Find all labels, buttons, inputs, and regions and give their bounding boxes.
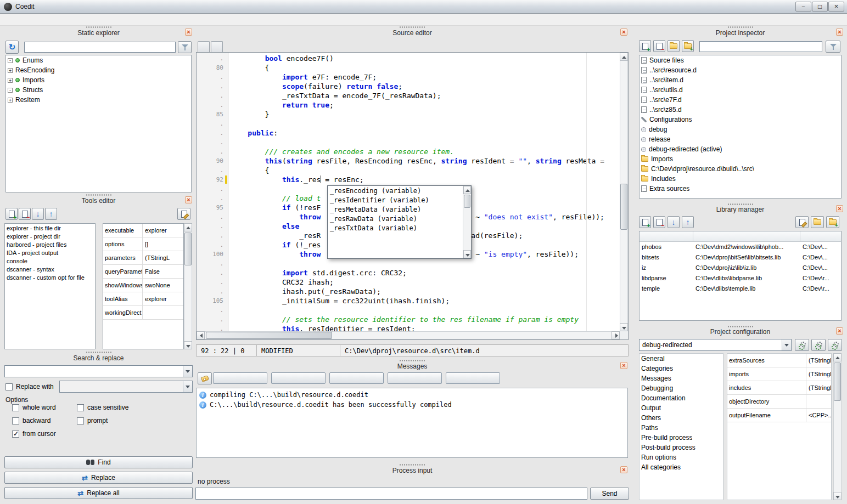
code-line[interactable]: . public: bbox=[197, 128, 620, 138]
scroll-down-arrow[interactable] bbox=[184, 341, 192, 349]
minimize-button[interactable] bbox=[795, 2, 811, 12]
property-value[interactable]: (TStringL bbox=[806, 384, 831, 391]
completion-scrollbar[interactable] bbox=[463, 186, 471, 258]
property-row[interactable]: workingDirect bbox=[103, 306, 183, 320]
tree-item[interactable]: Output bbox=[640, 403, 723, 413]
menu-item[interactable] bbox=[58, 18, 69, 21]
titlebar[interactable]: Coedit bbox=[0, 0, 847, 14]
tree-item[interactable]: Paths bbox=[640, 423, 723, 433]
add-config-button[interactable] bbox=[795, 339, 809, 351]
filter-button[interactable] bbox=[178, 41, 192, 53]
code-line[interactable]: . bbox=[197, 259, 620, 268]
combo-arrow-icon[interactable] bbox=[782, 339, 791, 350]
grid-scrollbar[interactable] bbox=[184, 223, 192, 349]
code-line[interactable]: . import e7F: encode_7F; bbox=[197, 72, 620, 82]
clear-messages-button[interactable] bbox=[198, 372, 212, 384]
checkbox-box[interactable] bbox=[5, 383, 13, 390]
remove-source-button[interactable] bbox=[653, 40, 665, 52]
table-row[interactable]: iz C:\Dev\dproj\iz\lib\iz.lib C:\Dev\... bbox=[640, 263, 841, 273]
checkbox-option[interactable]: whole word bbox=[12, 404, 77, 411]
property-row[interactable]: objectDirectory bbox=[727, 395, 831, 409]
message-filter-button[interactable] bbox=[388, 372, 442, 384]
configuration-combo[interactable]: debug-redirected bbox=[639, 339, 792, 351]
completion-item[interactable]: _resRawData (variable) bbox=[328, 214, 462, 224]
symbol-filter-input[interactable] bbox=[24, 42, 176, 53]
close-panel-button[interactable] bbox=[620, 362, 627, 369]
replace-all-button[interactable]: Replace all bbox=[4, 487, 193, 499]
open-folder-button[interactable] bbox=[667, 40, 680, 52]
scrollbar-thumb[interactable] bbox=[206, 332, 332, 339]
code-line[interactable]: 90 this(string resFile, ResEncoding resE… bbox=[197, 156, 620, 166]
message-row[interactable]: compiling C:\...\build\resource.d.coedit bbox=[197, 390, 627, 400]
menu-item[interactable] bbox=[47, 18, 58, 21]
close-button[interactable] bbox=[828, 2, 844, 12]
send-button[interactable]: Send bbox=[590, 488, 629, 500]
tree-item[interactable]: Includes bbox=[640, 174, 841, 184]
filter-button[interactable] bbox=[826, 41, 840, 53]
editor-vscrollbar[interactable] bbox=[620, 53, 628, 331]
scroll-left-arrow[interactable] bbox=[197, 331, 205, 339]
panel-grip[interactable] bbox=[727, 26, 754, 28]
tree-item[interactable]: Configurations bbox=[640, 115, 841, 124]
completion-item[interactable]: _resMetaData (variable) bbox=[328, 205, 462, 214]
property-row[interactable]: queryParamet False bbox=[103, 265, 183, 279]
maximize-button[interactable] bbox=[812, 2, 828, 12]
scroll-up-arrow[interactable] bbox=[463, 186, 471, 194]
menu-item[interactable] bbox=[25, 18, 36, 21]
menu-item[interactable] bbox=[3, 18, 14, 21]
completion-item[interactable]: _resIdentifier (variable) bbox=[328, 196, 462, 205]
scrollbar-thumb[interactable] bbox=[834, 363, 841, 401]
edit-library-button[interactable] bbox=[795, 216, 809, 228]
column-header[interactable] bbox=[693, 231, 800, 241]
scrollbar-thumb[interactable] bbox=[464, 195, 470, 208]
code-line[interactable]: . return true; bbox=[197, 100, 620, 110]
add-library-folder-button[interactable] bbox=[826, 216, 839, 228]
tree-item[interactable]: dscanner - syntax bbox=[5, 265, 95, 273]
checkbox-box[interactable] bbox=[77, 404, 84, 411]
checkbox-option[interactable]: case sensitive bbox=[77, 404, 188, 411]
code-line[interactable]: 92 this._res = resEnc; bbox=[197, 175, 620, 184]
property-row[interactable]: imports (TStringL bbox=[727, 367, 831, 381]
checkbox-box[interactable] bbox=[12, 431, 19, 438]
process-input-field[interactable] bbox=[195, 488, 587, 500]
code-line[interactable]: . bbox=[197, 305, 620, 315]
move-library-down-button[interactable] bbox=[667, 216, 680, 228]
code-line[interactable]: . // sets the resource identifier to the… bbox=[197, 315, 620, 324]
tree-item[interactable]: - Enums bbox=[6, 55, 191, 65]
tree-item[interactable]: debug bbox=[640, 124, 841, 134]
editor-tab[interactable] bbox=[198, 41, 210, 52]
message-filter-button[interactable] bbox=[446, 372, 500, 384]
panel-grip[interactable] bbox=[86, 352, 112, 353]
property-row[interactable]: outputFilename <CPP>..\ bbox=[727, 409, 831, 422]
tree-item[interactable]: + ResEncoding bbox=[6, 65, 191, 75]
completion-item[interactable]: _resTxtData (variable) bbox=[328, 224, 462, 233]
editor-tab[interactable] bbox=[211, 41, 223, 52]
search-term-combo[interactable] bbox=[4, 365, 193, 377]
property-value[interactable]: (TStringL bbox=[806, 371, 831, 377]
scroll-up-arrow[interactable] bbox=[184, 223, 192, 231]
code-line[interactable]: 105 _initialSum = crc322uint(ihash.finis… bbox=[197, 296, 620, 305]
tree-item[interactable]: debug-redirected (active) bbox=[640, 144, 841, 154]
message-filter-button[interactable] bbox=[271, 372, 326, 384]
property-value[interactable]: <CPP>..\ bbox=[806, 412, 831, 418]
tree-item[interactable]: harbored - project files bbox=[5, 240, 95, 248]
tree-item[interactable]: + Imports bbox=[6, 75, 191, 85]
move-tool-up-button[interactable] bbox=[45, 208, 57, 220]
property-value[interactable]: explorer bbox=[143, 296, 183, 302]
tree-item[interactable]: release bbox=[640, 134, 841, 144]
scroll-down-arrow[interactable] bbox=[833, 492, 842, 500]
menu-item[interactable] bbox=[36, 18, 47, 21]
code-line[interactable]: . scope(failure) return false; bbox=[197, 82, 620, 91]
table-row[interactable]: bitsets C:\Dev\dproj\bitSet\lib\bitsets.… bbox=[640, 252, 841, 263]
table-row[interactable]: libdparse C:\Dev\dlibs\libdparse.lib C:\… bbox=[640, 273, 841, 284]
property-row[interactable]: extraSources (TStringL bbox=[727, 354, 831, 367]
tree-item[interactable]: Run options bbox=[640, 452, 723, 462]
checkbox-option[interactable]: backward bbox=[12, 417, 77, 424]
add-tool-button[interactable] bbox=[5, 208, 18, 220]
tree-item[interactable]: Imports bbox=[640, 154, 841, 164]
execute-tool-button[interactable] bbox=[177, 208, 190, 220]
tree-item[interactable]: console bbox=[5, 257, 95, 265]
property-value[interactable]: explorer bbox=[143, 227, 183, 234]
property-row[interactable]: includes (TStringL bbox=[727, 381, 831, 395]
clone-config-button[interactable] bbox=[828, 339, 842, 351]
